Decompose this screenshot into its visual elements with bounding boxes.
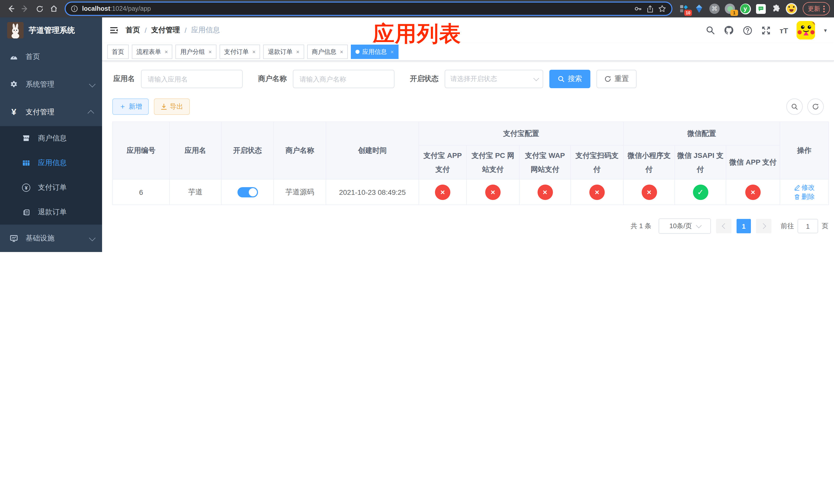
merchant-name-input[interactable]: [293, 70, 394, 88]
document-icon: [21, 208, 32, 216]
col-group-wechat: 微信配置: [623, 122, 780, 145]
share-icon[interactable]: [646, 5, 654, 13]
url-bar[interactable]: localhost:1024/pay/app: [65, 2, 673, 16]
export-button-label: 导出: [170, 102, 183, 111]
tab-close-icon[interactable]: ×: [296, 49, 300, 55]
col-app-id: 应用编号: [113, 122, 170, 179]
github-icon[interactable]: [724, 25, 734, 36]
refresh-button[interactable]: [807, 98, 824, 115]
goto-prefix: 前往: [781, 222, 794, 231]
extension-chat-icon[interactable]: [754, 3, 767, 15]
reload-icon[interactable]: [33, 2, 46, 15]
sidebar-collapse-icon[interactable]: [109, 26, 118, 35]
next-page-button[interactable]: [756, 219, 771, 233]
delete-link[interactable]: 删除: [794, 192, 815, 201]
logo-image: [7, 22, 24, 39]
sidebar-item-system[interactable]: 系统管理: [0, 71, 102, 98]
sidebar-item-label: 系统管理: [26, 80, 89, 89]
sidebar: 芋道管理系统 首页 系统管理 ¥ 支付管理: [0, 18, 102, 252]
browser-menu-icon[interactable]: [823, 5, 825, 12]
tab-close-icon[interactable]: ×: [253, 49, 256, 55]
tab-label: 商户信息: [312, 47, 336, 56]
status-select[interactable]: 请选择开启状态: [445, 70, 543, 88]
fullscreen-icon[interactable]: [761, 25, 771, 35]
help-icon[interactable]: [743, 25, 752, 35]
font-size-icon[interactable]: ᴛT: [780, 26, 788, 35]
sidebar-item-label: 基础设施: [26, 234, 89, 243]
extensions-puzzle-icon[interactable]: [770, 3, 782, 15]
add-button[interactable]: ＋ 新增: [112, 98, 149, 115]
status-toggle[interactable]: [237, 187, 258, 197]
chevron-down-icon: [89, 81, 95, 87]
breadcrumb-section[interactable]: 支付管理: [151, 26, 180, 35]
edit-pencil-icon: [794, 184, 800, 190]
extension-command-icon[interactable]: ⌘: [708, 3, 721, 15]
search-icon[interactable]: [706, 26, 715, 35]
extension-gem-icon[interactable]: [693, 3, 705, 15]
sidebar-item-payment[interactable]: ¥ 支付管理: [0, 98, 102, 126]
forward-icon[interactable]: [19, 2, 32, 15]
back-icon[interactable]: [4, 2, 18, 15]
url-text[interactable]: localhost:1024/pay/app: [82, 5, 630, 12]
extension-tally-icon[interactable]: 1: [724, 3, 736, 15]
tab[interactable]: 首页: [107, 45, 129, 59]
reset-button[interactable]: 重置: [596, 70, 637, 88]
search-button[interactable]: 搜索: [549, 70, 590, 88]
tab[interactable]: 支付订单×: [220, 45, 260, 59]
tab[interactable]: 商户信息×: [307, 45, 348, 59]
sidebar-item-refund-order[interactable]: 退款订单: [0, 200, 102, 225]
goto-suffix: 页: [822, 222, 828, 231]
main-area: 应用列表 首页 / 支付管理 / 应用信息: [102, 18, 834, 252]
col-alipay-qr: 支付宝扫码支付: [571, 145, 623, 179]
status-label: 开启状态: [410, 74, 439, 84]
page-size-select[interactable]: 10条/页: [659, 219, 711, 234]
extension-yuque-icon[interactable]: y: [739, 3, 751, 15]
delete-label: 删除: [802, 192, 815, 201]
export-button[interactable]: 导出: [154, 98, 190, 115]
chevron-down-icon: [533, 75, 539, 81]
app-name-input[interactable]: [141, 70, 243, 88]
tab[interactable]: 退款订单×: [263, 45, 304, 59]
bookmark-star-icon[interactable]: [658, 5, 666, 13]
edit-link[interactable]: 修改: [794, 183, 815, 192]
tab-label: 支付订单: [224, 47, 249, 56]
sidebar-item-infra[interactable]: 基础设施: [0, 225, 102, 252]
browser-update-button[interactable]: 更新: [803, 2, 830, 15]
tab-close-icon[interactable]: ×: [390, 49, 394, 55]
page-number-button[interactable]: 1: [737, 219, 751, 233]
col-created: 创建时间: [326, 122, 419, 179]
cell-app-name: 芋道: [170, 179, 221, 205]
sidebar-item-pay-order[interactable]: ¥ 支付订单: [0, 175, 102, 200]
sidebar-item-merchant-info[interactable]: 商户信息: [0, 126, 102, 151]
caret-down-icon[interactable]: ▾: [824, 27, 827, 33]
search-button-label: 搜索: [568, 74, 582, 84]
prev-page-button[interactable]: [716, 219, 731, 233]
sidebar-item-home[interactable]: 首页: [0, 43, 102, 71]
tab-close-icon[interactable]: ×: [208, 49, 212, 55]
password-key-icon[interactable]: [634, 5, 642, 13]
plus-icon: ＋: [119, 102, 126, 111]
home-icon[interactable]: [47, 2, 61, 15]
content: 应用名 商户名称 开启状态 请选择开启状态: [102, 61, 834, 252]
app-table: 应用编号 应用名 开启状态 商户名称 创建时间 支付宝配置 微信配置 操作 支付…: [112, 121, 829, 205]
sidebar-item-label: 退款订单: [38, 208, 94, 217]
tab-close-icon[interactable]: ×: [340, 49, 344, 55]
breadcrumb-home[interactable]: 首页: [126, 26, 140, 35]
gear-icon: [8, 81, 20, 89]
tab[interactable]: 流程表单×: [132, 45, 173, 59]
browser-toolbar: localhost:1024/pay/app 10 ⌘ 1 y: [0, 0, 834, 18]
extension-tabgroups-icon[interactable]: 10: [678, 3, 690, 15]
show-search-toggle-button[interactable]: [786, 98, 803, 115]
profile-avatar[interactable]: [785, 3, 797, 15]
col-merchant: 商户名称: [273, 122, 326, 179]
tab-close-icon[interactable]: ×: [164, 49, 168, 55]
tags-view: 首页流程表单×用户分组×支付订单×退款订单×商户信息×应用信息×: [102, 43, 834, 61]
goto-page-input[interactable]: [797, 219, 818, 233]
app-logo[interactable]: 芋道管理系统: [0, 18, 102, 43]
trash-icon: [794, 193, 800, 200]
sidebar-item-app-info[interactable]: 应用信息: [0, 151, 102, 175]
site-info-icon[interactable]: [71, 5, 78, 12]
tab[interactable]: 用户分组×: [176, 45, 216, 59]
status-x-icon: ×: [485, 184, 501, 200]
user-avatar[interactable]: [797, 21, 815, 40]
